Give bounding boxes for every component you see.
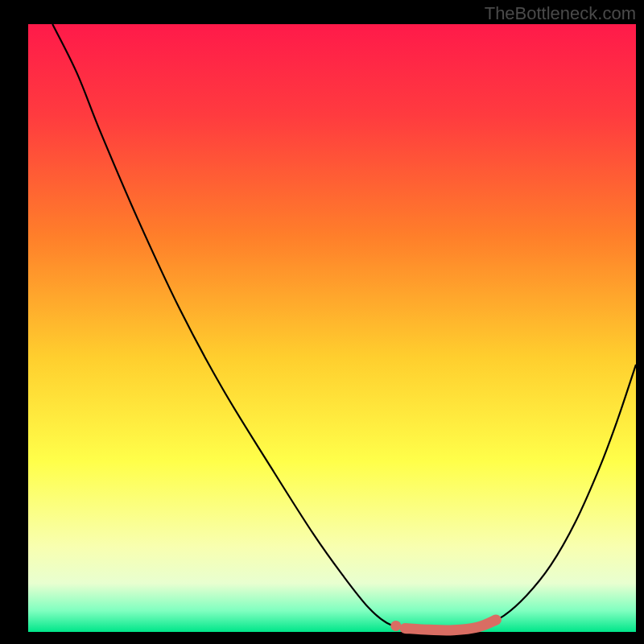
chart-container: { "attribution": "TheBottleneck.com", "c… — [0, 0, 644, 644]
attribution-text: TheBottleneck.com — [485, 3, 636, 24]
highlight-marker — [390, 621, 401, 631]
bottleneck-chart — [0, 0, 644, 644]
plot-background — [28, 24, 636, 632]
